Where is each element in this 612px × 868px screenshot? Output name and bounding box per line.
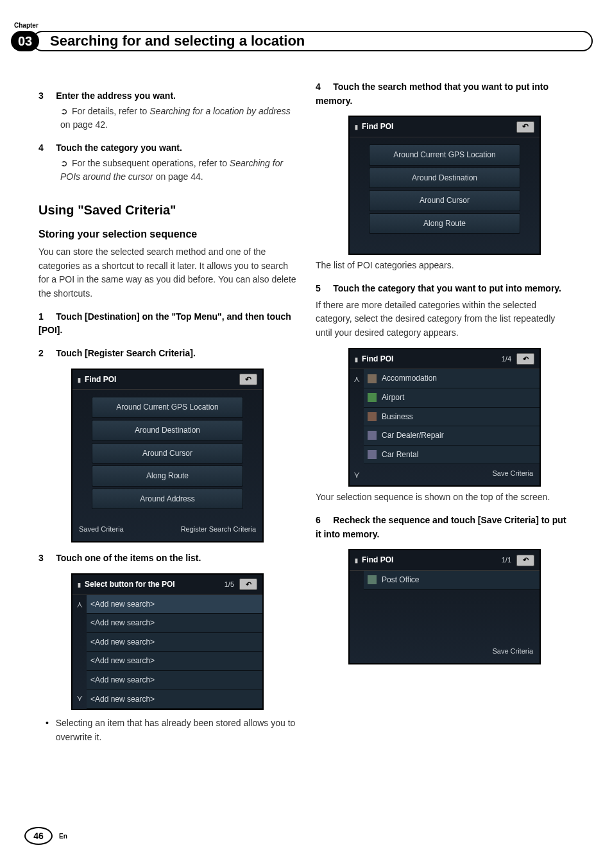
list-item-label: Car Rental <box>382 449 418 461</box>
step-1: 1 Touch [Destination] on the "Top Menu",… <box>38 310 296 338</box>
step-number: 4 <box>38 143 44 153</box>
post-office-icon <box>368 575 377 584</box>
step-title: Touch one of the items on the list. <box>56 553 201 563</box>
bullet-text: Selecting an item that has already been … <box>56 716 296 744</box>
step-2: 2 Touch [Register Search Criteria]. <box>38 347 296 361</box>
scroll-down-icon: ⋎ <box>76 691 87 706</box>
step-title: Touch the category that you want to put … <box>333 283 561 293</box>
scroll-up-icon: ⋏ <box>353 372 364 386</box>
step-4-sub: ➲ For the subsequent operations, refer t… <box>60 157 296 184</box>
back-icon: ↶ <box>516 555 534 566</box>
pin-icon <box>355 353 359 365</box>
sub-prefix: For the subsequent operations, refer to <box>72 158 230 168</box>
step-6: 6 Recheck the sequence and touch [Save C… <box>316 514 574 541</box>
sub-suffix: on page 44. <box>156 171 203 182</box>
list-item-label: Accommodation <box>382 372 437 385</box>
list-item-label: Business <box>382 411 413 423</box>
pin-icon <box>78 578 82 591</box>
reference-link: Searching for a location by address <box>149 106 290 116</box>
pin-icon <box>78 374 82 386</box>
scroll-arrows: ⋏⋎ <box>353 372 364 482</box>
screenshot-select-button: Select button for the POI 1/5 ↶ ⋏⋎ <Add … <box>71 573 264 710</box>
scroll-arrows: ⋏⋎ <box>76 598 87 705</box>
step-number: 3 <box>38 91 44 101</box>
step-3: 3 Enter the address you want. <box>38 89 296 103</box>
reference-arrow-icon: ➲ <box>60 157 69 171</box>
page-title: Searching for and selecting a location <box>50 33 305 49</box>
menu-item: Along Route <box>369 213 520 234</box>
step-number: 2 <box>38 348 44 358</box>
back-icon: ↶ <box>516 353 534 365</box>
step-number: 5 <box>316 283 321 293</box>
heading-prefix: Using <box>38 203 78 217</box>
footer-right-label: Register Search Criteria <box>181 524 256 535</box>
list-item: <Add new search> <box>87 652 262 671</box>
section-heading: Using "Saved Criteria" <box>38 200 296 220</box>
car-dealer-icon <box>368 431 377 440</box>
step-title: Touch the search method that you want to… <box>316 82 548 106</box>
list-item-label: Airport <box>382 392 404 404</box>
list-item-label: Post Office <box>382 574 419 586</box>
menu-item: Around Destination <box>369 168 520 189</box>
menu-item: Around Destination <box>92 420 243 441</box>
list-item: Accommodation <box>364 369 540 388</box>
subsection-heading: Storing your selection sequence <box>38 227 296 243</box>
screenshot-title: Find POI <box>362 554 393 566</box>
back-icon: ↶ <box>516 121 534 133</box>
back-icon: ↶ <box>239 374 257 385</box>
step-title: Touch [Destination] on the "Top Menu", a… <box>38 311 291 336</box>
step-number: 6 <box>316 515 321 525</box>
screenshot-category-list: Find POI 1/4 ↶ ⋏⋎ Accommodation Airport … <box>348 348 541 487</box>
paragraph: You can store the selected search method… <box>38 245 296 301</box>
list-item: Airport <box>364 388 540 408</box>
step-number: 3 <box>38 553 44 563</box>
list-item: <Add new search> <box>87 633 262 652</box>
step-4-right: 4 Touch the search method that you want … <box>316 80 574 108</box>
list-item: Car Dealer/Repair <box>364 426 540 446</box>
screenshot-title: Find POI <box>85 374 116 386</box>
screenshot-final-sequence: Find POI 1/1 ↶ Post Office Save Criteria <box>348 549 541 664</box>
menu-item: Around Cursor <box>369 190 520 211</box>
left-column: 3 Enter the address you want. ➲ For deta… <box>38 80 296 745</box>
menu-item: Along Route <box>92 465 243 487</box>
scroll-down-icon: ⋎ <box>353 468 364 482</box>
list-item: <Add new search> <box>87 614 262 633</box>
step-title: Touch the category you want. <box>56 143 182 153</box>
step-title: Recheck the sequence and touch [Save Cri… <box>316 515 566 539</box>
step-number: 1 <box>38 311 44 322</box>
screenshot-find-poi-menu: Find POI ↶ Around Current GPS Location A… <box>71 369 264 543</box>
menu-item: Around Current GPS Location <box>369 144 520 166</box>
step-title: Touch [Register Search Criteria]. <box>56 348 196 358</box>
pin-icon <box>355 554 359 566</box>
step-number: 4 <box>316 82 321 92</box>
back-icon: ↶ <box>239 578 257 590</box>
list-item: Business <box>364 408 540 427</box>
list-item-label: Car Dealer/Repair <box>382 430 444 442</box>
paragraph: Your selection sequence is shown on the … <box>316 490 574 505</box>
list-item: <Add new search> <box>87 690 262 709</box>
menu-item: Around Address <box>92 489 243 510</box>
bullet-icon: • <box>38 716 56 744</box>
page-language: En <box>59 833 67 840</box>
list-item: Car Rental <box>364 446 540 465</box>
screenshot-find-poi-search-method: Find POI ↶ Around Current GPS Location A… <box>348 116 541 255</box>
footer-left-label: Saved Criteria <box>79 524 124 535</box>
page-footer: 46 En <box>24 827 67 845</box>
step-4: 4 Touch the category you want. <box>38 141 296 155</box>
airport-icon <box>368 393 377 402</box>
accommodation-icon <box>368 374 377 383</box>
right-column: 4 Touch the search method that you want … <box>316 80 574 745</box>
list-item: <Add new search> <box>87 671 262 690</box>
step-3b: 3 Touch one of the items on the list. <box>38 551 296 566</box>
menu-item: Around Cursor <box>92 443 243 464</box>
footer-right-label: Save Criteria <box>492 468 533 479</box>
footer-right-label: Save Criteria <box>492 646 533 657</box>
page-number: 46 <box>24 827 53 845</box>
step-3-sub: ➲ For details, refer to Searching for a … <box>60 105 296 132</box>
step-5: 5 Touch the category that you want to pu… <box>316 282 574 296</box>
business-icon <box>368 412 377 421</box>
bullet-item: • Selecting an item that has already bee… <box>38 716 296 744</box>
header-rule: Searching for and selecting a location <box>32 31 593 51</box>
paragraph: The list of POI categories appears. <box>316 259 574 273</box>
screenshot-title: Select button for the POI <box>85 578 175 591</box>
